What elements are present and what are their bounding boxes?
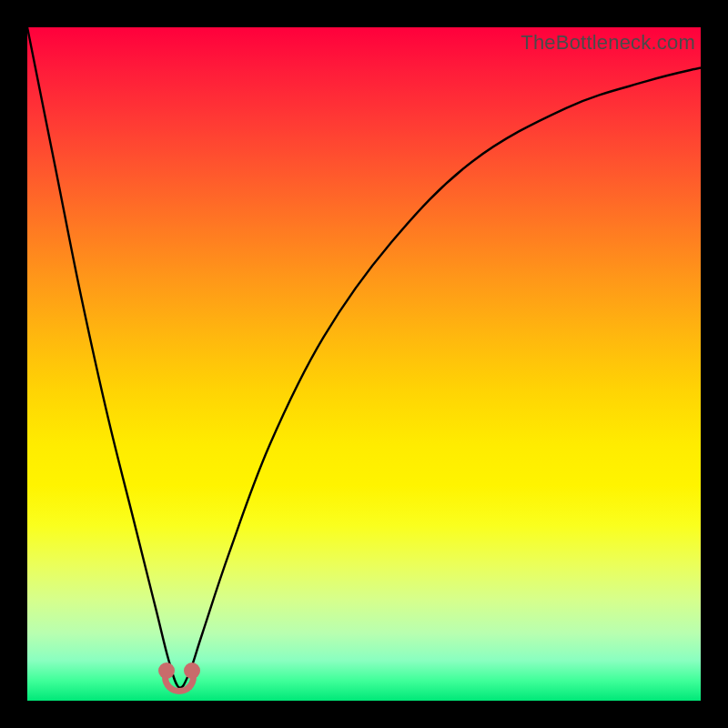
chart-frame: TheBottleneck.com — [0, 0, 728, 728]
chart-plot-area: TheBottleneck.com — [27, 27, 701, 701]
curve-path — [27, 27, 701, 688]
bottleneck-curve — [27, 27, 701, 701]
